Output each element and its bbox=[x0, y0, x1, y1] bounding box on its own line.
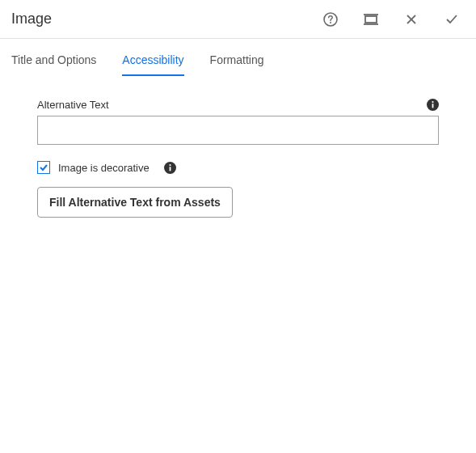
dialog-title: Image bbox=[11, 11, 52, 28]
decorative-row: Image is decorative bbox=[37, 161, 439, 174]
close-icon[interactable] bbox=[403, 11, 419, 28]
tab-formatting[interactable]: Formatting bbox=[210, 53, 264, 74]
svg-point-12 bbox=[169, 164, 171, 166]
tab-bar: Title and Options Accessibility Formatti… bbox=[0, 39, 476, 76]
alt-text-label: Alternative Text bbox=[37, 99, 109, 111]
done-icon[interactable] bbox=[444, 11, 460, 28]
tab-title-and-options[interactable]: Title and Options bbox=[11, 53, 96, 74]
svg-point-9 bbox=[432, 101, 433, 103]
fill-alt-text-button[interactable]: Fill Alternative Text from Assets bbox=[37, 187, 233, 218]
alt-text-label-row: Alternative Text bbox=[37, 99, 439, 111]
header-actions bbox=[322, 11, 466, 28]
svg-rect-11 bbox=[169, 167, 171, 171]
alt-text-info-icon[interactable] bbox=[427, 99, 439, 111]
tab-accessibility[interactable]: Accessibility bbox=[122, 53, 183, 76]
decorative-checkbox[interactable] bbox=[37, 161, 50, 174]
svg-rect-8 bbox=[432, 104, 434, 108]
help-icon[interactable] bbox=[322, 11, 339, 28]
dialog-header: Image bbox=[0, 0, 476, 39]
decorative-label: Image is decorative bbox=[58, 162, 150, 174]
svg-point-1 bbox=[330, 22, 331, 23]
fullscreen-icon[interactable] bbox=[363, 11, 379, 28]
tab-content: Alternative Text Image is decorative Fil… bbox=[0, 76, 476, 218]
decorative-info-icon[interactable] bbox=[164, 162, 176, 174]
alt-text-input[interactable] bbox=[37, 116, 439, 145]
svg-rect-2 bbox=[365, 16, 377, 23]
